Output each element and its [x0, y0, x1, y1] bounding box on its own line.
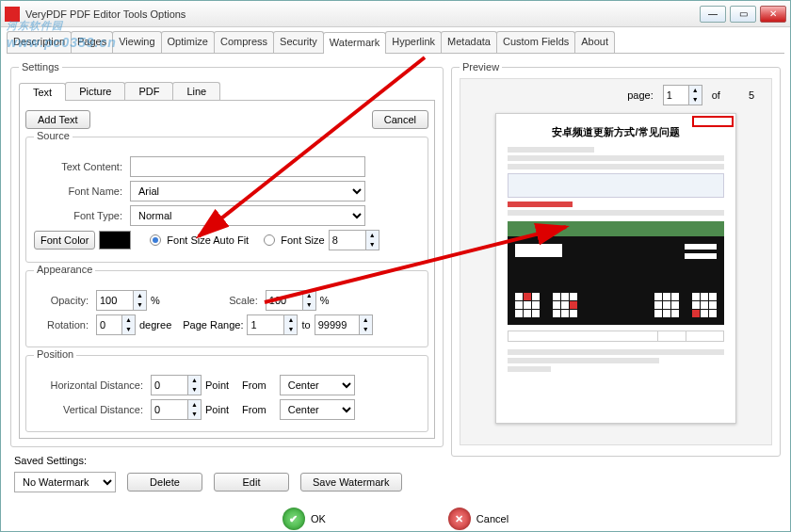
font-name-select[interactable]: Arial — [130, 181, 365, 202]
preview-page-spin[interactable]: ▲▼ — [663, 85, 702, 105]
font-name-label: Font Name: — [34, 185, 126, 197]
h-from-label: From — [242, 379, 266, 391]
h-from-select[interactable]: Center — [280, 375, 355, 395]
h-distance-label: Horizontal Distance: — [34, 379, 147, 391]
font-color-swatch[interactable] — [99, 231, 131, 250]
settings-tab-pdf[interactable]: PDF — [124, 82, 173, 100]
cancel-button[interactable]: ✕ Cancel — [448, 508, 508, 530]
rotation-spin[interactable]: ▲▼ — [96, 314, 136, 335]
close-button[interactable]: ✕ — [760, 6, 786, 23]
save-watermark-button[interactable]: Save Watermark — [300, 473, 402, 492]
font-size-auto-fit-radio[interactable] — [150, 234, 161, 246]
appearance-legend: Appearance — [34, 264, 95, 275]
settings-tabstrip: TextPicturePDFLine — [19, 82, 435, 100]
preview-doc-title: 安卓频道更新方式/常见问题 — [508, 125, 724, 139]
saved-settings-select[interactable]: No Watermark — [14, 472, 116, 492]
tab-metadata[interactable]: Metadata — [441, 31, 497, 53]
source-legend: Source — [34, 130, 73, 141]
cancel-watermark-button[interactable]: Cancel — [372, 110, 428, 129]
cross-icon: ✕ — [448, 508, 471, 530]
preview-document: 安卓频道更新方式/常见问题 — [495, 113, 736, 424]
preview-legend: Preview — [460, 61, 502, 73]
rotation-label: Rotation: — [34, 319, 92, 330]
app-icon — [5, 7, 20, 22]
preview-group: Preview page: ▲▼ of 5 安卓频道更新方式/常见问题 — [451, 61, 781, 457]
font-size-radio[interactable] — [264, 234, 275, 246]
main-tabstrip: DescriptionPagesViewingOptimizeCompressS… — [7, 31, 784, 54]
position-group: Position Horizontal Distance: ▲▼ Point F… — [25, 355, 428, 432]
maximize-button[interactable]: ▭ — [730, 6, 756, 23]
settings-tab-line[interactable]: Line — [172, 82, 220, 100]
add-text-button[interactable]: Add Text — [25, 110, 90, 129]
tab-viewing[interactable]: Viewing — [112, 31, 161, 53]
font-color-button[interactable]: Font Color — [34, 231, 95, 250]
edit-button[interactable]: Edit — [214, 473, 289, 492]
page-range-label: Page Range: — [183, 319, 243, 330]
font-size-spin[interactable]: ▲▼ — [329, 230, 379, 250]
v-distance-label: Vertical Distance: — [34, 404, 147, 415]
page-to-spin[interactable]: ▲▼ — [315, 314, 373, 335]
tab-compress[interactable]: Compress — [214, 31, 274, 53]
saved-settings-label: Saved Settings: — [14, 455, 444, 466]
tab-security[interactable]: Security — [273, 31, 324, 53]
v-from-label: From — [242, 404, 266, 415]
source-group: Source Text Content: Font Name: Arial Fo… — [25, 137, 428, 263]
scale-unit: % — [320, 295, 330, 306]
font-size-auto-fit-label: Font Size Auto Fit — [167, 234, 249, 246]
preview-total: 5 — [749, 89, 754, 101]
v-distance-spin[interactable]: ▲▼ — [151, 399, 202, 420]
titlebar: VeryPDF PDF Editor Tools Options — ▭ ✕ — [1, 1, 790, 27]
appearance-group: Appearance Opacity: ▲▼ % Scale: ▲▼ % Rot… — [25, 270, 428, 347]
v-from-select[interactable]: Center — [280, 399, 355, 420]
tab-optimize[interactable]: Optimize — [161, 31, 215, 53]
opacity-spin[interactable]: ▲▼ — [96, 290, 147, 311]
opacity-label: Opacity: — [34, 295, 92, 306]
rotation-unit: degree — [139, 319, 171, 330]
settings-tab-text[interactable]: Text — [19, 83, 66, 101]
page-from-spin[interactable]: ▲▼ — [247, 314, 298, 335]
tab-pages[interactable]: Pages — [71, 31, 113, 53]
tab-hyperlink[interactable]: Hyperlink — [385, 31, 442, 53]
window-title: VeryPDF PDF Editor Tools Options — [25, 8, 700, 20]
tab-watermark[interactable]: Watermark — [323, 32, 386, 54]
delete-button[interactable]: Delete — [127, 473, 202, 492]
text-content-label: Text Content: — [34, 161, 126, 172]
preview-of-label: of — [712, 89, 720, 101]
minimize-button[interactable]: — — [700, 6, 726, 23]
page-range-to-label: to — [301, 319, 310, 330]
settings-legend: Settings — [19, 61, 62, 73]
tab-about[interactable]: About — [574, 31, 615, 53]
tab-description[interactable]: Description — [7, 31, 72, 53]
v-unit-label: Point — [205, 404, 229, 415]
text-content-input[interactable] — [130, 156, 365, 177]
scale-spin[interactable]: ▲▼ — [266, 290, 316, 311]
check-icon: ✔ — [282, 508, 305, 530]
scale-label: Scale: — [203, 295, 262, 306]
font-type-select[interactable]: Normal — [130, 205, 365, 226]
preview-page-label: page: — [627, 89, 654, 101]
font-size-label: Font Size — [281, 234, 324, 246]
h-unit-label: Point — [205, 379, 229, 391]
tab-custom-fields[interactable]: Custom Fields — [496, 31, 575, 53]
font-type-label: Font Type: — [34, 210, 126, 221]
settings-tab-picture[interactable]: Picture — [65, 82, 125, 100]
position-legend: Position — [34, 348, 76, 360]
opacity-unit: % — [151, 295, 160, 306]
settings-group: Settings TextPicturePDFLine Add Text Can… — [10, 61, 444, 447]
h-distance-spin[interactable]: ▲▼ — [151, 375, 202, 395]
ok-button[interactable]: ✔ OK — [282, 508, 326, 530]
